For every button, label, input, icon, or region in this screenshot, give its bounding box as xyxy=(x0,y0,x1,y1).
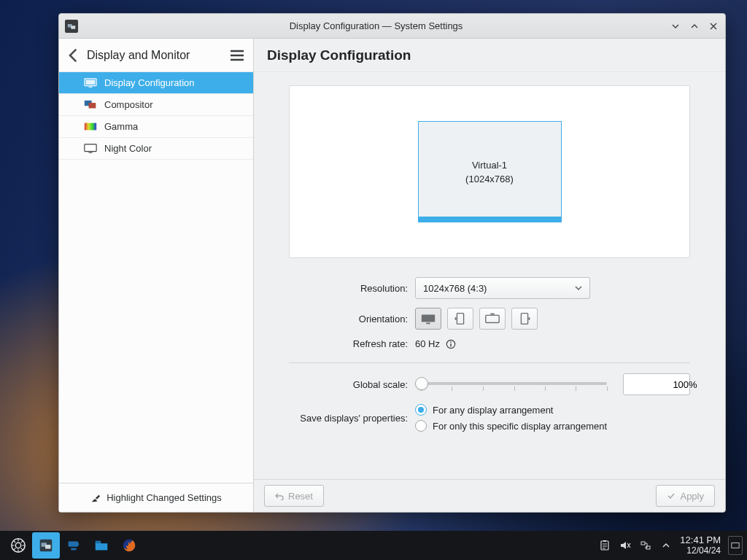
show-desktop-button[interactable] xyxy=(728,536,743,555)
taskbar-item-system-settings[interactable] xyxy=(32,532,60,559)
orientation-portrait-right-button[interactable] xyxy=(511,308,538,330)
sidebar-item-label: Night Color xyxy=(104,143,152,154)
svg-rect-14 xyxy=(490,314,495,315)
radio-specific-arrangement[interactable]: For only this specific display arrangeme… xyxy=(415,420,690,432)
svg-rect-11 xyxy=(457,314,463,324)
network-icon[interactable] xyxy=(639,539,652,552)
svg-rect-13 xyxy=(486,315,499,322)
radio-any-arrangement[interactable]: For any display arrangement xyxy=(415,404,690,416)
sidebar-item-label: Compositor xyxy=(104,99,152,110)
orientation-label: Orientation: xyxy=(289,314,415,324)
svg-rect-18 xyxy=(450,343,451,346)
radio-label: For only this specific display arrangeme… xyxy=(433,421,607,432)
svg-point-19 xyxy=(450,341,452,343)
sidebar-item-compositor[interactable]: Compositor xyxy=(59,94,253,116)
highlight-changed-settings-button[interactable]: Highlight Changed Settings xyxy=(59,483,253,512)
undo-icon xyxy=(275,491,284,500)
svg-rect-25 xyxy=(71,548,76,551)
apply-label: Apply xyxy=(680,491,704,502)
svg-rect-1 xyxy=(71,26,75,29)
clock-date: 12/04/24 xyxy=(680,546,721,556)
back-button[interactable] xyxy=(66,48,81,63)
sidebar-item-label: Display Configuration xyxy=(104,77,195,88)
tray-expand-icon[interactable] xyxy=(659,539,673,552)
sidebar-item-gamma[interactable]: Gamma xyxy=(59,116,253,138)
global-scale-label: Global scale: xyxy=(289,379,415,390)
resolution-value: 747x560 (4:3) xyxy=(423,283,487,294)
monitor-virtual-1[interactable]: Virtual-1 (747x560) xyxy=(418,121,562,222)
chevron-down-icon xyxy=(575,284,582,292)
page-title: Display Configuration xyxy=(267,47,411,63)
resolution-label: Resolution: xyxy=(289,283,415,294)
svg-rect-9 xyxy=(422,315,435,322)
clock-time: 12:41 PM xyxy=(680,535,721,546)
main-panel: Display Configuration Virtual-1 (1024x76… xyxy=(254,39,725,512)
info-icon[interactable] xyxy=(446,339,456,349)
radio-indicator xyxy=(415,420,427,432)
save-displays-label: Save displays' properties: xyxy=(289,413,415,424)
svg-point-21 xyxy=(15,542,20,548)
sidebar-item-night-color[interactable]: Night Color xyxy=(59,138,253,160)
highlight-changed-label: Highlight Changed Settings xyxy=(107,492,222,503)
svg-rect-8 xyxy=(85,145,95,150)
svg-rect-16 xyxy=(529,317,530,320)
refresh-rate-value: 60 Hz xyxy=(415,338,440,349)
system-tray xyxy=(595,539,676,552)
monitor-resolution-caption: (747x560) xyxy=(465,174,514,184)
app-launcher-button[interactable] xyxy=(4,532,32,559)
reset-button[interactable]: Reset xyxy=(264,485,324,507)
radio-indicator xyxy=(415,404,427,416)
sidebar-item-display-configuration[interactable]: Display Configuration xyxy=(59,72,253,94)
clock[interactable]: 12:41 PM 12/04/24 xyxy=(676,535,725,556)
settings-window: Display Configuration — System Settings … xyxy=(58,13,726,513)
resolution-select[interactable]: 747x560 (4:3) xyxy=(415,277,590,299)
svg-rect-15 xyxy=(521,314,527,324)
app-icon xyxy=(65,20,78,33)
svg-rect-24 xyxy=(45,545,50,549)
minimize-button[interactable] xyxy=(670,20,681,32)
svg-rect-30 xyxy=(641,542,645,545)
window-title: Display Configuration — System Settings xyxy=(82,20,670,31)
close-button[interactable] xyxy=(708,20,719,32)
sidebar: Display and Monitor Display Configuratio… xyxy=(59,39,254,512)
taskbar: 12:41 PM 12/04/24 xyxy=(0,531,747,560)
svg-rect-10 xyxy=(426,323,430,324)
svg-rect-26 xyxy=(96,541,101,544)
volume-muted-icon[interactable] xyxy=(619,539,632,552)
refresh-rate-label: Refresh rate: xyxy=(289,338,415,349)
global-scale-spinbox[interactable]: ▲ ▼ xyxy=(623,373,690,395)
gamma-icon xyxy=(84,122,97,132)
svg-rect-5 xyxy=(89,103,96,108)
monitor-arrangement-canvas[interactable]: Virtual-1 (747x560) xyxy=(289,85,690,258)
global-scale-input[interactable] xyxy=(624,379,725,390)
maximize-button[interactable] xyxy=(689,20,700,32)
svg-rect-12 xyxy=(455,317,457,320)
monitor-icon xyxy=(84,78,97,88)
check-icon xyxy=(667,491,676,500)
hamburger-menu-button[interactable] xyxy=(228,47,246,64)
global-scale-slider[interactable] xyxy=(415,376,613,393)
separator xyxy=(289,362,690,363)
taskbar-item-firefox[interactable] xyxy=(115,532,143,559)
window-titlebar[interactable]: Display Configuration — System Settings xyxy=(59,14,725,39)
taskbar-item-dolphin[interactable] xyxy=(88,532,115,559)
highlighter-icon xyxy=(90,493,101,503)
orientation-portrait-left-button[interactable] xyxy=(447,308,473,330)
svg-rect-32 xyxy=(732,543,739,548)
svg-rect-3 xyxy=(85,79,95,85)
svg-rect-6 xyxy=(85,122,96,130)
orientation-landscape-flipped-button[interactable] xyxy=(479,308,506,330)
module-title: Display and Monitor xyxy=(87,49,222,62)
orientation-landscape-button[interactable] xyxy=(415,308,441,330)
reset-label: Reset xyxy=(288,491,313,502)
radio-label: For any display arrangement xyxy=(433,405,553,416)
clipboard-icon[interactable] xyxy=(598,539,611,552)
sidebar-item-label: Gamma xyxy=(104,121,138,132)
svg-rect-29 xyxy=(603,540,606,542)
compositor-icon xyxy=(84,100,97,110)
apply-button[interactable]: Apply xyxy=(656,485,715,507)
desktop-wallpaper: Display Configuration — System Settings … xyxy=(0,0,747,560)
night-color-icon xyxy=(84,144,97,154)
slider-handle[interactable] xyxy=(415,377,428,390)
taskbar-item-discover[interactable] xyxy=(60,532,88,559)
